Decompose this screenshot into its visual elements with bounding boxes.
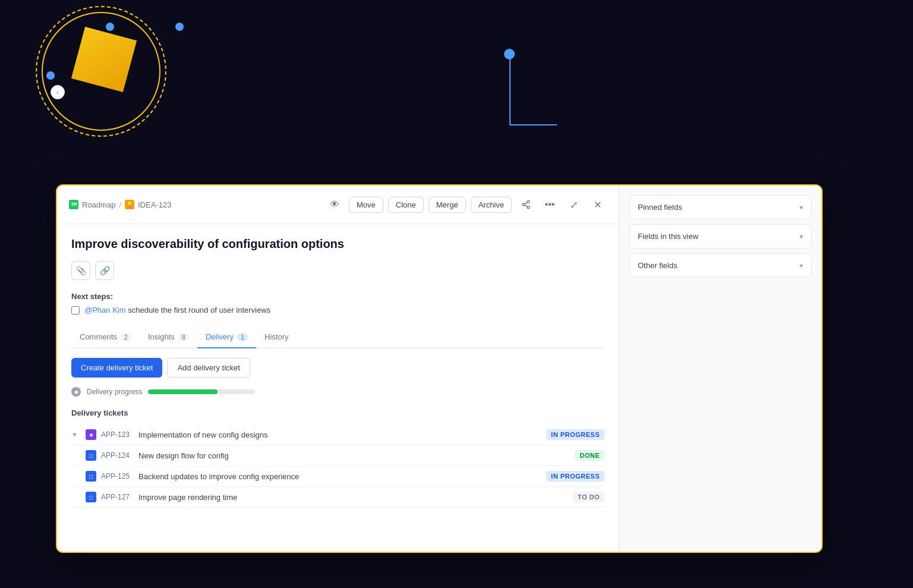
tab-insights[interactable]: Insights 8	[140, 326, 197, 348]
ticket-type-task-icon: □	[86, 492, 96, 502]
header-actions: 👁 Move Clone Merge Archive ••• ⤢ ✕	[325, 195, 607, 214]
ticket-row[interactable]: □ APP-125 Backend updates to improve con…	[71, 466, 605, 487]
share-icon[interactable]	[517, 195, 536, 214]
bg-line-decoration	[509, 54, 557, 125]
delivery-progress-section: ◆ Delivery progress	[71, 387, 605, 397]
delivery-tickets-title: Delivery tickets	[71, 408, 605, 417]
collapse-button[interactable]: ‹	[51, 85, 65, 99]
next-steps-text: @Phan Kim schedule the first round of us…	[84, 306, 270, 315]
tabs-bar: Comments 2 Insights 8 Delivery 1 History	[71, 326, 605, 348]
next-steps-checkbox[interactable]	[71, 306, 80, 315]
svg-point-0	[527, 200, 530, 203]
breadcrumb-separator: /	[119, 200, 121, 209]
tab-comments[interactable]: Comments 2	[71, 326, 140, 348]
breadcrumb: 🗺 Roadmap / 💡 IDEA-123	[69, 200, 171, 209]
ticket-chevron-icon[interactable]: ▼	[71, 431, 81, 438]
right-panel: Pinned fields ▾ Fields in this view ▾ Ot…	[619, 185, 821, 552]
breadcrumb-roadmap[interactable]: Roadmap	[82, 200, 115, 209]
svg-point-1	[522, 203, 525, 206]
fields-in-view-section: Fields in this view ▾	[629, 224, 812, 249]
ticket-title: Implementation of new config designs	[138, 430, 541, 439]
comments-badge: 2	[121, 333, 131, 341]
other-fields-section: Other fields ▾	[629, 253, 812, 278]
ticket-id: APP-125	[101, 472, 134, 480]
other-fields-chevron-icon: ▾	[799, 262, 803, 270]
ticket-id: APP-123	[101, 430, 134, 439]
ticket-title: Improve page rendering time	[138, 493, 568, 502]
ticket-id: APP-124	[101, 451, 134, 460]
ticket-title: Backend updates to improve config experi…	[138, 472, 541, 481]
next-steps-title: Next steps:	[71, 292, 605, 301]
delivery-actions: Create delivery ticket Add delivery tick…	[71, 358, 605, 378]
progress-bar-fill	[148, 389, 218, 394]
mention-tag[interactable]: @Phan Kim	[84, 306, 126, 315]
issue-modal: 🗺 Roadmap / 💡 IDEA-123 👁 Move Clone Merg…	[56, 184, 823, 553]
merge-button[interactable]: Merge	[429, 197, 466, 213]
tab-delivery[interactable]: Delivery 1	[197, 326, 256, 348]
status-badge: IN PROGRESS	[546, 471, 605, 482]
toolbar-icons: 📎 🔗	[71, 261, 605, 280]
next-steps-section: Next steps: @Phan Kim schedule the first…	[71, 292, 605, 315]
ticket-type-story-icon: ★	[86, 429, 96, 440]
modal-header: 🗺 Roadmap / 💡 IDEA-123 👁 Move Clone Merg…	[57, 185, 619, 224]
expand-icon[interactable]: ⤢	[564, 195, 583, 214]
other-fields-title: Other fields	[638, 261, 677, 270]
move-button[interactable]: Move	[349, 197, 383, 213]
content-area: Improve discoverability of configuration…	[57, 224, 619, 520]
bg-dot-top-right	[175, 23, 184, 31]
roadmap-icon: 🗺	[69, 200, 78, 209]
delivery-badge: 1	[237, 333, 248, 341]
pinned-fields-title: Pinned fields	[638, 203, 682, 212]
svg-line-3	[525, 205, 528, 207]
archive-button[interactable]: Archive	[471, 197, 512, 213]
fields-in-view-title: Fields in this view	[638, 232, 698, 241]
next-steps-item: @Phan Kim schedule the first round of us…	[71, 306, 605, 315]
progress-icon: ◆	[71, 387, 81, 397]
bg-dot-mid-left	[46, 71, 55, 80]
ticket-title: New design flow for config	[138, 451, 570, 460]
fields-in-view-header[interactable]: Fields in this view ▾	[629, 224, 812, 249]
idea-icon: 💡	[125, 200, 134, 209]
ticket-row[interactable]: ▼ ★ APP-123 Implementation of new config…	[71, 425, 605, 445]
bg-dot-top-left	[106, 23, 114, 31]
status-badge: DONE	[575, 450, 605, 461]
close-icon[interactable]: ✕	[588, 195, 607, 214]
tab-history[interactable]: History	[256, 326, 297, 348]
add-delivery-ticket-button[interactable]: Add delivery ticket	[167, 358, 250, 378]
clone-button[interactable]: Clone	[388, 197, 424, 213]
left-panel: 🗺 Roadmap / 💡 IDEA-123 👁 Move Clone Merg…	[57, 185, 619, 552]
link-button[interactable]: 🔗	[95, 261, 114, 280]
next-steps-rest: schedule the first round of user intervi…	[128, 306, 270, 315]
ticket-type-task-icon: □	[86, 450, 96, 461]
status-badge: IN PROGRESS	[546, 429, 605, 440]
other-fields-header[interactable]: Other fields ▾	[629, 253, 812, 278]
attachment-button[interactable]: 📎	[71, 261, 90, 280]
issue-title: Improve discoverability of configuration…	[71, 236, 605, 251]
insights-badge: 8	[178, 333, 189, 341]
svg-point-2	[527, 206, 530, 209]
ticket-row[interactable]: □ APP-127 Improve page rendering time TO…	[71, 487, 605, 508]
ticket-row[interactable]: □ APP-124 New design flow for config DON…	[71, 445, 605, 466]
progress-label: Delivery progress	[87, 388, 142, 396]
svg-line-4	[525, 202, 528, 204]
pinned-fields-section: Pinned fields ▾	[629, 195, 812, 219]
ticket-type-task-icon: □	[86, 471, 96, 482]
watch-button[interactable]: 👁	[325, 195, 344, 214]
pinned-fields-header[interactable]: Pinned fields ▾	[629, 195, 812, 219]
create-delivery-ticket-button[interactable]: Create delivery ticket	[71, 358, 162, 378]
progress-bar-container	[148, 389, 255, 394]
pinned-fields-chevron-icon: ▾	[799, 203, 803, 212]
status-badge: TO DO	[573, 492, 605, 502]
delivery-tickets-section: Delivery tickets ▼ ★ APP-123 Implementat…	[71, 408, 605, 508]
fields-in-view-chevron-icon: ▾	[799, 232, 803, 241]
breadcrumb-idea[interactable]: IDEA-123	[138, 200, 171, 209]
more-options-icon[interactable]: •••	[540, 195, 559, 214]
ticket-id: APP-127	[101, 493, 134, 501]
